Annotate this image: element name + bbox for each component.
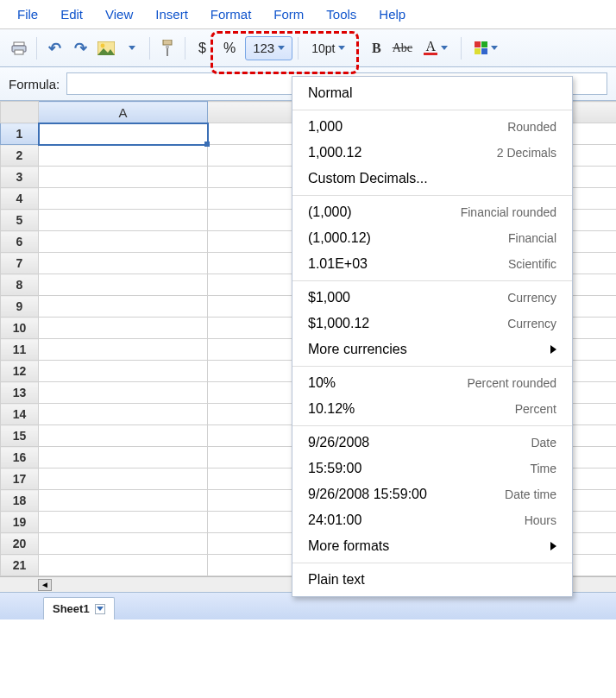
undo-button[interactable]: [42, 36, 66, 60]
row-header[interactable]: 7: [1, 253, 39, 274]
format-option[interactable]: (1,000.12)Financial: [292, 225, 572, 251]
format-option[interactable]: (1,000)Financial rounded: [292, 199, 572, 225]
cell[interactable]: [208, 404, 292, 425]
row-header[interactable]: 12: [1, 361, 39, 382]
font-size-button[interactable]: 10pt: [304, 36, 353, 60]
row-header[interactable]: 3: [1, 167, 39, 188]
cell[interactable]: [39, 253, 208, 274]
cell[interactable]: [39, 231, 208, 253]
format-option[interactable]: 1,000.122 Decimals: [292, 140, 572, 166]
cell[interactable]: [39, 188, 208, 210]
cell[interactable]: [39, 296, 208, 318]
row-header[interactable]: 10: [1, 318, 39, 339]
format-option[interactable]: Plain text: [292, 567, 572, 593]
cell[interactable]: [39, 274, 208, 296]
cell[interactable]: [208, 296, 292, 318]
row-header[interactable]: 19: [1, 512, 39, 533]
cell[interactable]: [208, 512, 292, 533]
cell[interactable]: [208, 382, 292, 404]
cell[interactable]: [39, 468, 208, 490]
cell[interactable]: [39, 555, 208, 576]
row-header[interactable]: 6: [1, 231, 39, 253]
row-header[interactable]: 4: [1, 188, 39, 210]
menu-view[interactable]: View: [97, 3, 141, 25]
format-option[interactable]: More formats: [292, 533, 572, 559]
cell[interactable]: [208, 318, 292, 339]
cell[interactable]: [39, 318, 208, 339]
cell[interactable]: [39, 210, 208, 231]
row-header[interactable]: 1: [1, 123, 39, 145]
cell[interactable]: [208, 468, 292, 490]
strikethrough-button[interactable]: Abc: [390, 36, 414, 60]
format-percent-button[interactable]: %: [216, 36, 243, 60]
row-header[interactable]: 8: [1, 274, 39, 296]
format-option[interactable]: 10.12%Percent: [292, 396, 572, 422]
cell[interactable]: [39, 145, 208, 167]
menu-insert[interactable]: Insert: [147, 3, 197, 25]
cell[interactable]: [39, 533, 208, 555]
cell[interactable]: [39, 361, 208, 382]
cell[interactable]: [208, 123, 292, 145]
format-option[interactable]: 24:01:00Hours: [292, 507, 572, 533]
row-header[interactable]: 21: [1, 555, 39, 576]
cell[interactable]: [39, 425, 208, 447]
cell[interactable]: [208, 425, 292, 447]
cell[interactable]: [39, 339, 208, 361]
text-color-button[interactable]: A: [416, 36, 456, 60]
row-header[interactable]: 5: [1, 210, 39, 231]
scroll-left-icon[interactable]: ◄: [38, 579, 52, 591]
menu-form[interactable]: Form: [265, 3, 312, 25]
cell[interactable]: [39, 512, 208, 533]
number-format-menu-button[interactable]: 123: [245, 36, 292, 60]
column-header[interactable]: [208, 102, 292, 123]
column-header-a[interactable]: A: [39, 102, 208, 123]
menu-edit[interactable]: Edit: [52, 3, 91, 25]
cell[interactable]: [208, 188, 292, 210]
cell[interactable]: [208, 253, 292, 274]
format-option[interactable]: 9/26/2008 15:59:00Date time: [292, 481, 572, 507]
row-header[interactable]: 14: [1, 404, 39, 425]
fill-color-button[interactable]: [467, 36, 506, 60]
print-button[interactable]: [7, 36, 31, 60]
format-option[interactable]: $1,000.12Currency: [292, 311, 572, 336]
image-button[interactable]: [94, 36, 118, 60]
row-header[interactable]: 20: [1, 533, 39, 555]
format-option[interactable]: Normal: [292, 80, 572, 106]
image-menu-caret[interactable]: [120, 36, 144, 60]
paint-format-button[interactable]: [155, 36, 179, 60]
row-header[interactable]: 13: [1, 382, 39, 404]
cell[interactable]: [208, 361, 292, 382]
cell[interactable]: [208, 167, 292, 188]
cell[interactable]: [208, 490, 292, 512]
cell[interactable]: [39, 447, 208, 468]
format-option[interactable]: More currencies: [292, 336, 572, 362]
menu-tools[interactable]: Tools: [317, 3, 365, 25]
sheet-tab-menu-icon[interactable]: [95, 604, 105, 614]
bold-button[interactable]: [364, 36, 388, 60]
cell[interactable]: [208, 533, 292, 555]
redo-button[interactable]: [68, 36, 92, 60]
format-option[interactable]: $1,000Currency: [292, 285, 572, 311]
cell[interactable]: [208, 274, 292, 296]
cell[interactable]: [39, 490, 208, 512]
row-header[interactable]: 17: [1, 468, 39, 490]
select-all-corner[interactable]: [1, 102, 39, 123]
cell[interactable]: [208, 339, 292, 361]
cell[interactable]: [39, 382, 208, 404]
cell[interactable]: [208, 447, 292, 468]
format-option[interactable]: 15:59:00Time: [292, 456, 572, 481]
row-header[interactable]: 16: [1, 447, 39, 468]
row-header[interactable]: 15: [1, 425, 39, 447]
cell[interactable]: [208, 145, 292, 167]
cell[interactable]: [208, 210, 292, 231]
row-header[interactable]: 18: [1, 490, 39, 512]
cell[interactable]: [39, 404, 208, 425]
cell[interactable]: [39, 167, 208, 188]
format-option[interactable]: 9/26/2008Date: [292, 430, 572, 456]
sheet-tab[interactable]: Sheet1: [43, 597, 115, 619]
format-option[interactable]: 1.01E+03Scientific: [292, 251, 572, 277]
row-header[interactable]: 11: [1, 339, 39, 361]
row-header[interactable]: 9: [1, 296, 39, 318]
cell[interactable]: [208, 231, 292, 253]
format-option[interactable]: 1,000Rounded: [292, 114, 572, 140]
